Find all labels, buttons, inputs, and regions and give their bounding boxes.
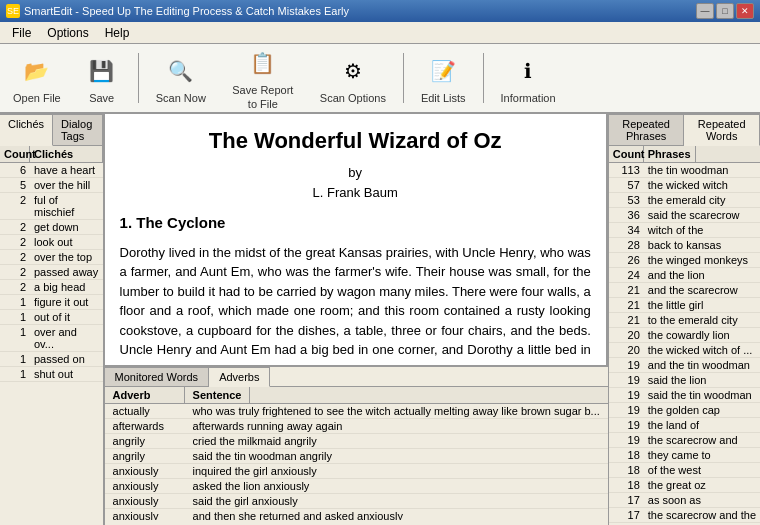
list-item[interactable]: 1out of it	[0, 310, 103, 325]
right-rows[interactable]: 113the tin woodman57the wicked witch53th…	[609, 163, 760, 525]
list-item[interactable]: 2look out	[0, 235, 103, 250]
close-button[interactable]: ✕	[736, 3, 754, 19]
menu-file[interactable]: File	[4, 24, 39, 42]
table-row[interactable]: 19the land of	[609, 418, 760, 433]
bottom-col-adverb: Adverb	[105, 387, 185, 403]
table-row[interactable]: 53the emerald city	[609, 193, 760, 208]
information-label: Information	[501, 92, 556, 104]
table-row[interactable]: 26the winged monkeys	[609, 253, 760, 268]
tab-monitored-words[interactable]: Monitored Words	[105, 367, 210, 386]
title-controls: — □ ✕	[696, 3, 754, 19]
edit-lists-icon: 📝	[425, 53, 461, 89]
list-item[interactable]: 1shut out	[0, 367, 103, 382]
tab-cliches[interactable]: Clichés	[0, 114, 53, 146]
left-table-header: Count Clichés	[0, 146, 103, 163]
left-rows[interactable]: 6have a heart5over the hill2ful of misch…	[0, 163, 103, 520]
menu-options[interactable]: Options	[39, 24, 96, 42]
table-row[interactable]: 19said the lion	[609, 373, 760, 388]
right-col-count: Count	[609, 146, 644, 162]
save-label: Save	[89, 92, 114, 104]
list-item[interactable]: 1over and ov...	[0, 325, 103, 352]
table-row[interactable]: actuallywho was truly frightened to see …	[105, 404, 608, 419]
menu-help[interactable]: Help	[97, 24, 138, 42]
table-row[interactable]: 17the scarecrow and the	[609, 508, 760, 523]
text-area[interactable]: The Wonderful Wizard of Oz by L. Frank B…	[105, 114, 608, 365]
table-row[interactable]: 34witch of the	[609, 223, 760, 238]
chapter-heading: 1. The Cyclone	[120, 212, 591, 235]
bottom-tab-bar: Monitored Words Adverbs	[105, 367, 608, 387]
left-panel: Clichés Dialog Tags Count Clichés 6have …	[0, 114, 105, 525]
information-button[interactable]: ℹ Information	[494, 49, 563, 108]
table-row[interactable]: 21and the scarecrow	[609, 283, 760, 298]
list-item[interactable]: 1passed on	[0, 352, 103, 367]
title-bar: SE SmartEdit - Speed Up The Editing Proc…	[0, 0, 760, 22]
right-panel: Repeated Phrases Repeated Words Count Ph…	[608, 114, 760, 525]
list-item[interactable]: 1figure it out	[0, 295, 103, 310]
list-item[interactable]: 2a big head	[0, 280, 103, 295]
left-table: Count Clichés 6have a heart5over the hil…	[0, 146, 103, 525]
bottom-table-header: Adverb Sentence	[105, 387, 608, 404]
table-row[interactable]: anxiouslyand then she returned and asked…	[105, 509, 608, 520]
chapter-body: Dorothy lived in the midst of the great …	[120, 243, 591, 366]
tab-repeated-words[interactable]: Repeated Words	[684, 114, 760, 146]
table-row[interactable]: 20the cowardly lion	[609, 328, 760, 343]
table-row[interactable]: 113the tin woodman	[609, 163, 760, 178]
table-row[interactable]: 57the wicked witch	[609, 178, 760, 193]
maximize-button[interactable]: □	[716, 3, 734, 19]
main-area: Clichés Dialog Tags Count Clichés 6have …	[0, 114, 760, 525]
list-item[interactable]: 2get down	[0, 220, 103, 235]
book-title: The Wonderful Wizard of Oz	[120, 124, 591, 157]
information-icon: ℹ	[510, 53, 546, 89]
table-row[interactable]: anxiouslyasked the lion anxiously	[105, 479, 608, 494]
toolbar-separator-3	[483, 53, 484, 103]
scan-options-button[interactable]: ⚙ Scan Options	[313, 49, 393, 108]
minimize-button[interactable]: —	[696, 3, 714, 19]
table-row[interactable]: 18of the west	[609, 463, 760, 478]
table-row[interactable]: 19said the tin woodman	[609, 388, 760, 403]
table-row[interactable]: 21the little girl	[609, 298, 760, 313]
scan-now-label: Scan Now	[156, 92, 206, 104]
list-item[interactable]: 2passed away	[0, 265, 103, 280]
table-row[interactable]: 18they came to	[609, 448, 760, 463]
menu-bar: File Options Help	[0, 22, 760, 44]
save-button[interactable]: 💾 Save	[76, 49, 128, 108]
table-row[interactable]: 19the scarecrow and	[609, 433, 760, 448]
bottom-rows[interactable]: actuallywho was truly frightened to see …	[105, 404, 608, 520]
table-row[interactable]: 21to the emerald city	[609, 313, 760, 328]
open-file-button[interactable]: 📂 Open File	[6, 49, 68, 108]
tab-adverbs[interactable]: Adverbs	[209, 367, 270, 387]
table-row[interactable]: 20the wicked witch of ...	[609, 343, 760, 358]
table-row[interactable]: 19and the tin woodman	[609, 358, 760, 373]
table-row[interactable]: angrilycried the milkmaid angrily	[105, 434, 608, 449]
table-row[interactable]: angrilysaid the tin woodman angrily	[105, 449, 608, 464]
right-table-header: Count Phrases	[609, 146, 760, 163]
save-report-button[interactable]: 📋 Save Report to File	[221, 41, 305, 114]
list-item[interactable]: 2ful of mischief	[0, 193, 103, 220]
tab-dialog-tags[interactable]: Dialog Tags	[53, 114, 102, 145]
bottom-table: Adverb Sentence actuallywho was truly fr…	[105, 387, 608, 525]
table-row[interactable]: 17as soon as	[609, 493, 760, 508]
save-report-icon: 📋	[245, 45, 281, 81]
left-col-count: Count	[0, 146, 30, 162]
table-row[interactable]: anxiouslyinquired the girl anxiously	[105, 464, 608, 479]
scan-now-button[interactable]: 🔍 Scan Now	[149, 49, 213, 108]
title-bar-text: SE SmartEdit - Speed Up The Editing Proc…	[6, 4, 349, 18]
table-row[interactable]: 36said the scarecrow	[609, 208, 760, 223]
open-file-label: Open File	[13, 92, 61, 104]
list-item[interactable]: 2over the top	[0, 250, 103, 265]
list-item[interactable]: 6have a heart	[0, 163, 103, 178]
scan-options-label: Scan Options	[320, 92, 386, 104]
table-row[interactable]: 18the great oz	[609, 478, 760, 493]
table-row[interactable]: 24and the lion	[609, 268, 760, 283]
text-by: by	[120, 163, 591, 183]
text-author: L. Frank Baum	[120, 183, 591, 203]
list-item[interactable]: 5over the hill	[0, 178, 103, 193]
table-row[interactable]: 19the golden cap	[609, 403, 760, 418]
table-row[interactable]: anxiouslysaid the girl anxiously	[105, 494, 608, 509]
tab-repeated-phrases[interactable]: Repeated Phrases	[609, 114, 685, 145]
edit-lists-button[interactable]: 📝 Edit Lists	[414, 49, 473, 108]
toolbar-separator-2	[403, 53, 404, 103]
table-row[interactable]: afterwardsafterwards running away again	[105, 419, 608, 434]
table-row[interactable]: 28back to kansas	[609, 238, 760, 253]
app-title: SmartEdit - Speed Up The Editing Process…	[24, 5, 349, 17]
